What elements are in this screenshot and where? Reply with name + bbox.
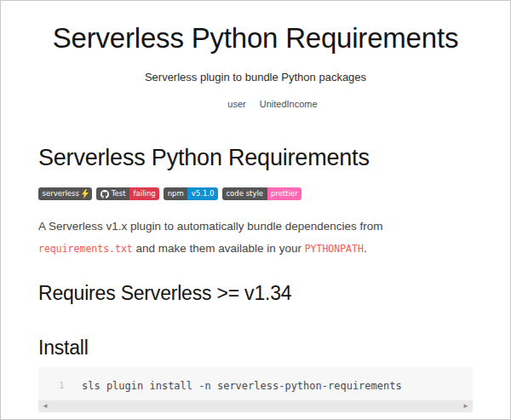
page-title: Serverless Python Requirements	[1, 22, 510, 55]
badge-serverless-label: serverless	[38, 187, 92, 200]
author-name[interactable]: UnitedIncome	[260, 99, 318, 109]
intro-text-middle: and make them available in your	[133, 242, 305, 255]
lightning-bolt-icon	[82, 189, 89, 198]
badge-code-style[interactable]: code style prettier	[222, 187, 301, 200]
badge-npm-version[interactable]: npm v5.1.0	[164, 187, 218, 200]
badge-row: serverless Test failing npm v5.1.0 code …	[38, 187, 473, 200]
badge-serverless[interactable]: serverless	[38, 187, 92, 200]
line-number: 1	[59, 380, 82, 392]
code-line: 1 sls plugin install -n serverless-pytho…	[38, 367, 473, 392]
badge-npm-label: npm	[164, 187, 187, 200]
scroll-right-arrow-icon[interactable]: ►	[462, 400, 469, 412]
requires-heading: Requires Serverless >= v1.34	[38, 282, 473, 304]
readme-hero: Serverless Python Requirements Serverles…	[1, 1, 510, 109]
scroll-left-arrow-icon[interactable]: ◄	[42, 400, 49, 412]
badge-code-style-value: prettier	[267, 187, 302, 200]
badge-test-value: failing	[129, 187, 159, 200]
code-text: sls plugin install -n serverless-python-…	[82, 380, 402, 392]
intro-text-before: A Serverless v1.x plugin to automaticall…	[38, 220, 382, 233]
readme-heading: Serverless Python Requirements	[38, 143, 473, 172]
inline-code-requirements-txt: requirements.txt	[38, 243, 133, 255]
code-block: 1 sls plugin install -n serverless-pytho…	[38, 367, 473, 412]
badge-npm-value: v5.1.0	[187, 187, 218, 200]
intro-paragraph: A Serverless v1.x plugin to automaticall…	[38, 216, 473, 260]
page-subtitle: Serverless plugin to bundle Python packa…	[1, 71, 510, 83]
readme-content: Serverless Python Requirements serverles…	[1, 143, 510, 412]
author-label: user	[227, 99, 245, 109]
intro-text-after: .	[364, 242, 367, 255]
plugin-readme-page: { "header": { "title": "Serverless Pytho…	[0, 0, 511, 420]
badge-test-label: Test	[96, 187, 129, 200]
horizontal-scrollbar[interactable]: ◄ ►	[38, 400, 473, 412]
install-heading: Install	[38, 337, 473, 359]
inline-code-pythonpath: PYTHONPATH	[305, 243, 364, 255]
badge-code-style-label: code style	[222, 187, 267, 200]
author-row: user UnitedIncome	[18, 99, 511, 109]
github-icon	[100, 190, 109, 198]
badge-test-status[interactable]: Test failing	[96, 187, 159, 200]
